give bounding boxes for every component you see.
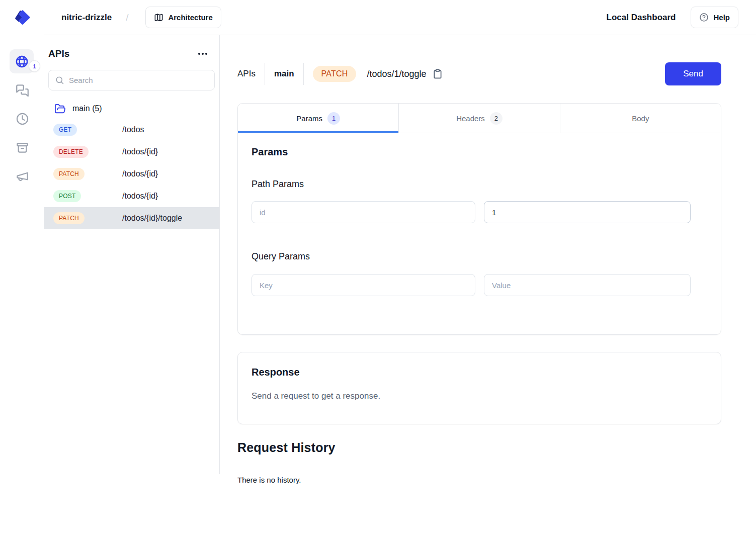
chat-bubbles-icon [16,84,29,98]
nav-events-button[interactable] [0,169,44,183]
path-param-key-input[interactable] [251,201,475,223]
divider [265,63,265,85]
breadcrumb-api-name[interactable]: main [274,69,294,79]
clock-icon [16,112,29,126]
path-param-value-input[interactable] [484,201,691,223]
request-path: /todos/1/toggle [367,69,426,79]
endpoint-row-2[interactable]: PATCH/todos/{id} [44,163,219,185]
path-param-row [251,201,707,223]
active-tab-indicator [238,131,398,133]
api-group-label: main (5) [72,104,102,113]
main-content: APIs main PATCH /todos/1/toggle Send Par… [220,35,756,548]
endpoint-row-3[interactable]: POST/todos/{id} [44,185,219,207]
query-param-row [251,274,707,296]
help-circle-icon [699,13,709,22]
method-badge-wrap: PATCH [53,212,122,224]
divider [303,63,304,85]
dashboard-title: Local Dashboard [607,13,676,23]
endpoint-path: /todos/{id} [122,147,158,156]
megaphone-icon [16,169,29,183]
endpoint-row-0[interactable]: GET/todos [44,119,219,141]
project-name: nitric-drizzle [61,13,112,23]
params-panel: Params Path Params Query Params [238,133,721,296]
request-bar: APIs main PATCH /todos/1/toggle Send [237,62,721,85]
endpoint-list: GET/todosDELETE/todos/{id}PATCH/todos/{i… [44,119,219,229]
apis-sidebar: APIs main (5) GET/todosDELETE/todos/{id}… [44,35,220,474]
tab-params[interactable]: Params1 [238,104,398,133]
tab-headers[interactable]: Headers2 [398,104,559,133]
endpoint-path: /todos/{id} [122,169,158,178]
nitric-logo[interactable] [0,0,44,35]
api-group-main[interactable]: main (5) [44,100,219,118]
params-title: Params [251,146,707,158]
tab-count-badge: 1 [327,112,340,125]
icon-rail: 1 [0,0,44,474]
tab-count-badge: 2 [490,112,502,125]
response-card: Response Send a request to get a respons… [237,352,721,424]
method-badge: GET [53,124,77,136]
endpoint-path: /todos/{id}/toggle [122,214,182,223]
query-param-value-input[interactable] [484,274,691,296]
endpoint-path: /todos [122,125,144,134]
folder-open-icon [54,103,66,115]
request-params-card: Params1Headers2Body Params Path Params Q… [237,103,721,335]
tab-label: Params [296,114,322,123]
method-badge-wrap: POST [53,190,122,202]
request-method-badge: PATCH [313,66,357,82]
tab-body[interactable]: Body [560,104,721,133]
nav-chat-button[interactable] [0,84,44,98]
method-badge: PATCH [53,212,85,224]
send-button[interactable]: Send [665,62,721,85]
copy-path-button[interactable] [433,69,443,79]
endpoint-row-4[interactable]: PATCH/todos/{id}/toggle [44,207,219,229]
help-label: Help [713,13,730,22]
nitric-local-dashboard: nitric-drizzle / Architecture Local Dash… [0,0,756,548]
sidebar-header: APIs [44,35,219,59]
api-count-badge: 1 [29,60,40,72]
breadcrumb-separator: / [126,12,128,23]
architecture-button[interactable]: Architecture [145,7,221,28]
method-badge-wrap: DELETE [53,146,122,158]
query-param-key-input[interactable] [251,274,475,296]
search-input[interactable] [69,76,208,84]
method-badge: PATCH [53,168,85,180]
response-title: Response [251,367,707,378]
header-right: Local Dashboard Help [607,7,738,28]
nav-history-button[interactable] [0,112,44,126]
endpoint-row-1[interactable]: DELETE/todos/{id} [44,141,219,163]
architecture-label: Architecture [168,13,212,22]
nav-storage-button[interactable] [0,141,44,154]
clipboard-icon [433,69,443,79]
archive-box-icon [16,141,29,154]
sidebar-menu-button[interactable] [197,50,208,58]
path-params-title: Path Params [251,179,707,190]
top-header: nitric-drizzle / Architecture Local Dash… [44,0,756,35]
query-params-title: Query Params [251,251,707,262]
tab-label: Headers [456,114,485,123]
request-history-title: Request History [237,440,721,455]
method-badge-wrap: GET [53,124,122,136]
method-badge: POST [53,190,81,202]
endpoint-path: /todos/{id} [122,192,158,201]
search-box[interactable] [48,70,215,90]
help-button[interactable]: Help [691,7,738,28]
method-badge: DELETE [53,146,89,158]
search-icon [55,75,64,85]
globe-icon [15,55,29,68]
tab-label: Body [632,114,649,123]
breadcrumb-apis[interactable]: APIs [237,69,256,79]
response-empty-message: Send a request to get a response. [251,391,707,401]
map-icon [154,13,163,22]
request-tabs: Params1Headers2Body [238,104,721,133]
method-badge-wrap: PATCH [53,168,122,180]
request-history-empty: There is no history. [237,476,721,484]
sidebar-title: APIs [48,48,69,59]
